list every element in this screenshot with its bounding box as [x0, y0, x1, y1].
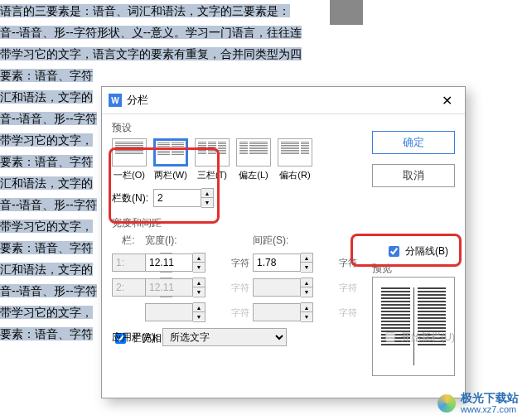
text-line: 要素：语音、字符: [0, 327, 93, 340]
text-line: 带学习它的文字，: [0, 306, 93, 319]
preset-label-text: 偏右(R): [278, 169, 312, 181]
spacing-1-spinner[interactable]: ▲▼: [253, 253, 336, 273]
apply-to-label: 应用于(A):: [112, 331, 157, 345]
dialog-title: 分栏: [127, 93, 435, 108]
spacing-header: 间距(S):: [253, 234, 336, 248]
col-header: 栏:: [112, 234, 145, 248]
text-line: 音--语音、形--字符: [0, 112, 97, 125]
apply-to-select[interactable]: 所选文字: [162, 328, 287, 346]
text-line: 音--语音、形--字符: [0, 198, 97, 211]
text-line: 语言的三要素是：语音、词汇和语法，文字的三要素是：: [0, 4, 290, 17]
text-line: 要素：语音、字符: [0, 241, 93, 254]
text-line: 汇和语法，文字的: [0, 90, 93, 104]
separator-checkbox[interactable]: [389, 246, 399, 257]
preset-label-text: 两栏(W): [153, 169, 188, 181]
text-line: 汇和语法，文字的: [0, 263, 93, 276]
unit-label: 字符: [336, 282, 360, 294]
text-line: 带学习它的文字，: [0, 220, 93, 233]
width-header: 宽度(I):: [145, 234, 228, 248]
separator-label: 分隔线(B): [405, 244, 448, 258]
text-line: 音--语音、形--字符形状、义--意义。学习一门语言，往往连: [0, 26, 302, 39]
close-button[interactable]: ✕: [435, 90, 458, 110]
preset-left[interactable]: 偏左(L): [236, 138, 271, 181]
logo-icon: [438, 394, 456, 413]
cancel-button[interactable]: 取消: [372, 164, 455, 187]
preview-divider: [413, 287, 414, 365]
width-2-spinner: ▲▼: [145, 278, 228, 297]
text-line: 汇和语法，文字的: [0, 176, 93, 190]
spinner-down-icon[interactable]: ▼: [201, 198, 213, 206]
preview-label: 预览: [372, 262, 392, 276]
ok-button[interactable]: 确定: [372, 131, 455, 154]
spacing-3-spinner: ▲▼: [253, 302, 336, 322]
spacing-2-spinner: ▲▼: [253, 278, 336, 297]
new-column-checkbox: [385, 332, 395, 342]
preset-label-text: 偏左(L): [236, 169, 271, 181]
columns-count-spinner[interactable]: ▲▼: [153, 188, 214, 208]
spinner-up-icon[interactable]: ▲: [201, 189, 213, 198]
text-line: 音--语音、形--字符: [0, 284, 97, 297]
text-line: 带学习它的文字，语言文字的要素有重复，合并同类型为四: [0, 47, 302, 60]
new-column-label: 开始新栏(U): [401, 331, 455, 345]
columns-dialog: W 分栏 ✕ 预设 一栏(O) 两栏(W): [101, 86, 466, 398]
unit-label: 字符: [228, 307, 253, 319]
text-line: 要素：语音、字符: [0, 155, 93, 168]
logo-text-en: www.xz7.com: [461, 403, 519, 415]
preset-two[interactable]: 两栏(W): [153, 138, 188, 181]
col-index-2: ▲▼: [112, 278, 137, 297]
preview-pane: [372, 277, 455, 376]
dialog-titlebar: W 分栏 ✕: [102, 87, 465, 114]
columns-count-label: 栏数(N):: [112, 191, 148, 205]
text-line: 带学习它的文字，: [0, 133, 93, 147]
preset-label-text: 一栏(O): [112, 169, 147, 181]
app-icon: W: [109, 94, 122, 107]
width-spacing-label: 宽度和间距: [112, 216, 455, 230]
unit-label: 字符: [336, 257, 360, 269]
text-line: 要素：语音、字符: [0, 69, 93, 82]
preset-right[interactable]: 偏右(R): [278, 138, 312, 181]
start-new-column: 开始新栏(U): [382, 330, 455, 345]
columns-count-input[interactable]: [153, 189, 201, 207]
preset-three[interactable]: 三栏(T): [195, 138, 230, 181]
unit-label: 字符: [228, 257, 253, 269]
width-3-spinner: ▲▼: [145, 302, 228, 322]
preset-one[interactable]: 一栏(O): [112, 138, 147, 181]
unit-label: 字符: [228, 282, 253, 294]
col-index-1: ▲▼: [112, 253, 137, 273]
unit-label: 字符: [336, 307, 360, 319]
width-1-spinner[interactable]: ▲▼: [145, 253, 228, 273]
logo-text-zh: 极光下载站: [461, 392, 519, 403]
watermark-logo: 极光下载站 www.xz7.com: [438, 392, 519, 415]
preset-label-text: 三栏(T): [195, 169, 230, 181]
